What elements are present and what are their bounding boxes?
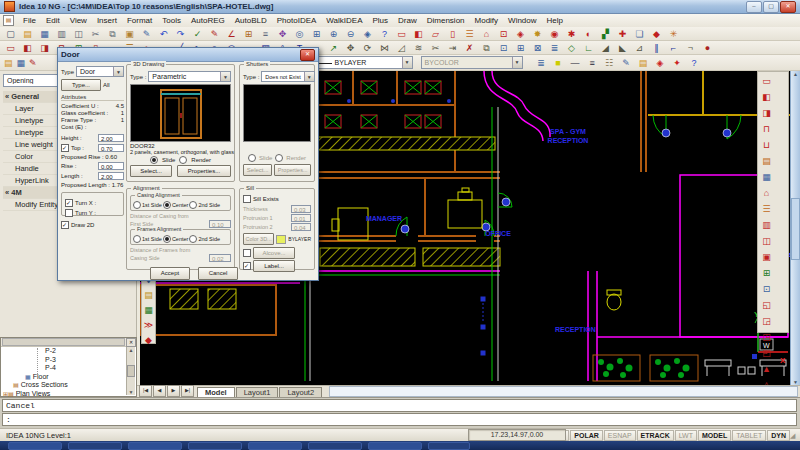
menu-item[interactable]: Plus	[368, 16, 394, 25]
toolbar-icon[interactable]: ∟	[581, 41, 596, 55]
slab-tool-icon[interactable]: ▱	[428, 27, 443, 41]
maximize-button[interactable]: ▢	[763, 1, 779, 13]
open-file-icon[interactable]: ▤	[20, 27, 35, 41]
toolbar-icon[interactable]: ◳	[759, 329, 774, 345]
zoom-window-icon[interactable]: ⊞	[309, 27, 324, 41]
toolbar-icon[interactable]: ?	[687, 56, 702, 70]
toolbar-icon[interactable]: ▦	[16, 57, 27, 69]
3d-type-dropdown[interactable]: Parametric▼	[148, 71, 231, 82]
taskbar-button[interactable]	[428, 442, 470, 450]
toolbar-icon[interactable]: ■	[551, 56, 566, 70]
tree-item[interactable]: P-2	[1, 347, 136, 356]
sketch-icon[interactable]: ✎	[207, 27, 222, 41]
tree-horizontal-scrollbar[interactable]	[2, 338, 125, 346]
toolbar-icon[interactable]: —	[568, 56, 583, 70]
dialog-close-button[interactable]: ✕	[300, 49, 315, 61]
top-input[interactable]: 0.70	[98, 144, 124, 152]
menu-item[interactable]: Window	[503, 16, 541, 25]
diamond-tool-icon[interactable]: ◆	[649, 27, 664, 41]
menu-item[interactable]: Tools	[157, 16, 186, 25]
toolbar-icon[interactable]: ⊡	[759, 281, 774, 297]
casing-2nd-radio[interactable]	[189, 201, 197, 209]
toolbar-icon[interactable]: ◫	[759, 233, 774, 249]
taskbar-button[interactable]	[68, 442, 122, 450]
undo-icon[interactable]: ↶	[156, 27, 171, 41]
status-toggle[interactable]: LWT	[675, 430, 697, 441]
shutters-render-radio[interactable]	[275, 154, 283, 162]
toolbar-icon[interactable]: ✦	[670, 56, 685, 70]
roof-tool-icon[interactable]: ⌂	[479, 27, 494, 41]
scroll-down-icon[interactable]: ▼	[127, 389, 135, 395]
menu-item[interactable]: Dimension	[422, 16, 470, 25]
toolbar-icon[interactable]: ◇	[564, 41, 579, 55]
zoom-in-icon[interactable]: ⊕	[326, 27, 341, 41]
linetype-dropdown[interactable]: BYLAYER ▼	[306, 56, 413, 69]
tab-nav-button[interactable]: |◀	[139, 385, 152, 397]
toolbar-icon[interactable]: ✎	[619, 56, 634, 70]
copy-icon[interactable]: ⧉	[105, 27, 120, 41]
status-toggle[interactable]: ESNAP	[604, 430, 636, 441]
format-painter-icon[interactable]: ✎	[139, 27, 154, 41]
label-checkbox[interactable]	[243, 262, 251, 270]
menu-item[interactable]: PhotoIDEA	[272, 16, 322, 25]
view3d-tool-icon[interactable]: ◈	[513, 27, 528, 41]
wall-tool-icon[interactable]: ▭	[394, 27, 409, 41]
minimize-button[interactable]: –	[746, 1, 762, 13]
menu-item[interactable]: File	[18, 16, 41, 25]
table-icon[interactable]: ⊞	[241, 27, 256, 41]
frames-1st-radio[interactable]	[133, 235, 141, 243]
menu-item[interactable]: Help	[542, 16, 568, 25]
toolbar-icon[interactable]: ⊠	[530, 41, 545, 55]
menu-item[interactable]: Modify	[470, 16, 504, 25]
cancel-button[interactable]: Cancel	[198, 267, 238, 280]
column-tool-icon[interactable]: ▯	[445, 27, 460, 41]
scroll-up-icon[interactable]: ▲	[793, 71, 798, 77]
zoom-extents-icon[interactable]: ◈	[360, 27, 375, 41]
redo-icon[interactable]: ↷	[173, 27, 188, 41]
protrusion1-input[interactable]: 0.01	[291, 214, 311, 222]
taskbar-button[interactable]	[368, 442, 422, 450]
taskbar-button[interactable]	[128, 442, 182, 450]
taskbar-button[interactable]	[8, 442, 62, 450]
toolbar-icon[interactable]: ◈	[653, 56, 668, 70]
menu-item[interactable]: AutoREG	[186, 16, 230, 25]
shutters-select-button[interactable]: Select...	[243, 164, 272, 176]
render-tool-icon[interactable]: ◐	[581, 27, 596, 41]
star-tool-icon[interactable]: ✳	[666, 27, 681, 41]
toolbar-icon[interactable]: ⟳	[360, 41, 375, 55]
status-toggle[interactable]: DYN	[767, 430, 790, 441]
shutters-type-dropdown[interactable]: Does not Exist▼	[261, 71, 314, 82]
print-icon[interactable]: ▥	[54, 27, 69, 41]
casing-side-input[interactable]: 0.02	[209, 254, 231, 262]
menu-item[interactable]: WalkIDEA	[321, 16, 367, 25]
zoom-out-icon[interactable]: ⊖	[343, 27, 358, 41]
shutters-properties-button[interactable]: Properties...	[274, 164, 311, 176]
status-toggle[interactable]: TABLET	[732, 430, 766, 441]
hatch-tool-icon[interactable]: ▞	[598, 27, 613, 41]
toolbar-icon[interactable]: ◧	[20, 41, 35, 55]
alcove-checkbox[interactable]	[243, 249, 251, 257]
thickness-input[interactable]: 0.03	[291, 205, 311, 213]
menu-item[interactable]: AutoBLD	[230, 16, 272, 25]
slide-radio[interactable]	[150, 156, 158, 164]
toolbar-icon[interactable]: ⊓	[759, 121, 774, 137]
tree-item[interactable]: ▦Floor	[1, 373, 136, 382]
toolbar-icon[interactable]: ◢	[598, 41, 613, 55]
toolbar-icon[interactable]: ⌐	[666, 41, 681, 55]
toolbar-icon[interactable]: ◨	[37, 41, 52, 55]
tab-nav-button[interactable]: ▶|	[181, 385, 194, 397]
accept-button[interactable]: Accept	[150, 267, 190, 280]
toolbar-icon[interactable]: ∥	[649, 41, 664, 55]
toolbar-icon[interactable]: ▤	[759, 153, 774, 169]
color-swatch[interactable]	[276, 235, 286, 244]
protrusion2-input[interactable]: 0.04	[291, 223, 311, 231]
zoom-realtime-icon[interactable]: ◎	[292, 27, 307, 41]
frames-center-radio[interactable]	[163, 235, 171, 243]
color-dropdown[interactable]: BYCOLOR ▼	[421, 56, 523, 69]
layers-tool-icon[interactable]: ❏	[632, 27, 647, 41]
tab-nav-button[interactable]: ▶	[167, 385, 180, 397]
tree-item[interactable]: P-4	[1, 364, 136, 373]
settings-tool-icon[interactable]: ✱	[564, 27, 579, 41]
title-bar[interactable]: Idea 10 NG - [C:\4M\IDEA\Top 10 reasons\…	[0, 0, 800, 14]
taskbar-button[interactable]	[188, 442, 242, 450]
